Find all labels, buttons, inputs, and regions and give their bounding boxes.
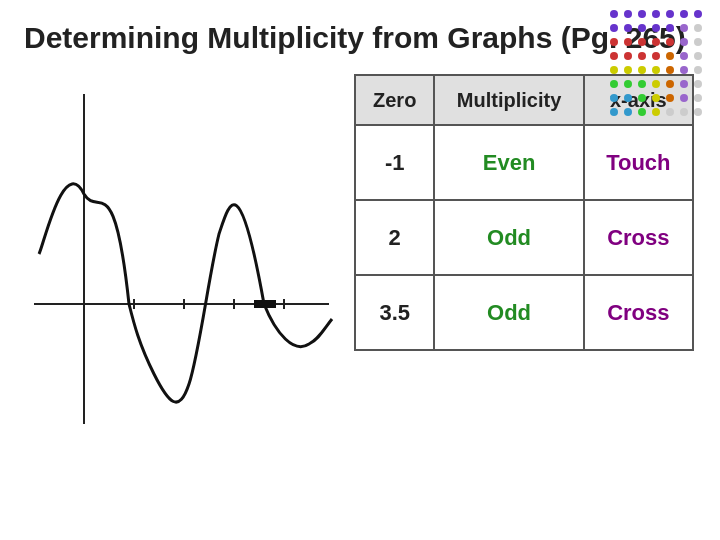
cell-multiplicity-0: Even (434, 125, 583, 200)
dot-decoration (666, 38, 674, 46)
dot-decoration (610, 80, 618, 88)
dot-decoration (666, 94, 674, 102)
dot-decoration (624, 38, 632, 46)
dot-decoration (694, 66, 702, 74)
header-multiplicity: Multiplicity (434, 75, 583, 125)
dot-decoration (624, 10, 632, 18)
dot-decoration (610, 108, 618, 116)
dot-decoration (694, 94, 702, 102)
dot-decoration (624, 52, 632, 60)
dot-decoration (680, 52, 688, 60)
dot-decoration (638, 66, 646, 74)
table-row: 2OddCross (355, 200, 693, 275)
dot-decoration (652, 38, 660, 46)
dot-decoration (652, 52, 660, 60)
dot-decoration (680, 108, 688, 116)
svg-rect-7 (254, 300, 276, 308)
dot-decoration (666, 66, 674, 74)
dot-grid-decoration (610, 10, 710, 120)
dot-decoration (610, 38, 618, 46)
cell-xaxis-1: Cross (584, 200, 693, 275)
dot-decoration (652, 80, 660, 88)
dot-decoration (694, 52, 702, 60)
dot-decoration (680, 66, 688, 74)
dot-decoration (610, 52, 618, 60)
dot-decoration (694, 108, 702, 116)
page: Determining Multiplicity from Graphs (Pg… (0, 0, 720, 540)
dot-decoration (652, 108, 660, 116)
dot-decoration (694, 38, 702, 46)
cell-multiplicity-1: Odd (434, 200, 583, 275)
dot-decoration (680, 24, 688, 32)
dot-decoration (694, 80, 702, 88)
cell-multiplicity-2: Odd (434, 275, 583, 350)
dot-decoration (680, 10, 688, 18)
dot-decoration (694, 10, 702, 18)
cell-zero-0: -1 (355, 125, 434, 200)
dot-decoration (638, 10, 646, 18)
table-row: -1EvenTouch (355, 125, 693, 200)
dot-decoration (610, 10, 618, 18)
content-area: Zero Multiplicity x-axis -1EvenTouch2Odd… (24, 74, 696, 444)
dot-decoration (652, 24, 660, 32)
dot-decoration (666, 80, 674, 88)
page-title: Determining Multiplicity from Graphs (Pg… (24, 20, 696, 56)
dot-decoration (610, 66, 618, 74)
dot-decoration (638, 80, 646, 88)
dot-decoration (624, 24, 632, 32)
dot-decoration (666, 108, 674, 116)
dot-decoration (624, 108, 632, 116)
dot-decoration (666, 52, 674, 60)
dot-decoration (638, 24, 646, 32)
dot-decoration (652, 94, 660, 102)
cell-xaxis-0: Touch (584, 125, 693, 200)
dot-decoration (652, 10, 660, 18)
dot-decoration (624, 94, 632, 102)
dot-decoration (666, 24, 674, 32)
dot-decoration (694, 24, 702, 32)
dot-decoration (638, 108, 646, 116)
dot-decoration (666, 10, 674, 18)
dot-decoration (610, 94, 618, 102)
cell-xaxis-2: Cross (584, 275, 693, 350)
graph-area (24, 74, 344, 444)
dot-decoration (680, 38, 688, 46)
dot-decoration (638, 52, 646, 60)
dot-decoration (638, 38, 646, 46)
dot-decoration (624, 80, 632, 88)
dot-decoration (610, 24, 618, 32)
cell-zero-2: 3.5 (355, 275, 434, 350)
polynomial-graph (24, 74, 334, 434)
dot-decoration (680, 80, 688, 88)
dot-decoration (638, 94, 646, 102)
cell-zero-1: 2 (355, 200, 434, 275)
header-zero: Zero (355, 75, 434, 125)
dot-decoration (624, 66, 632, 74)
dot-decoration (680, 94, 688, 102)
dot-decoration (652, 66, 660, 74)
table-row: 3.5OddCross (355, 275, 693, 350)
